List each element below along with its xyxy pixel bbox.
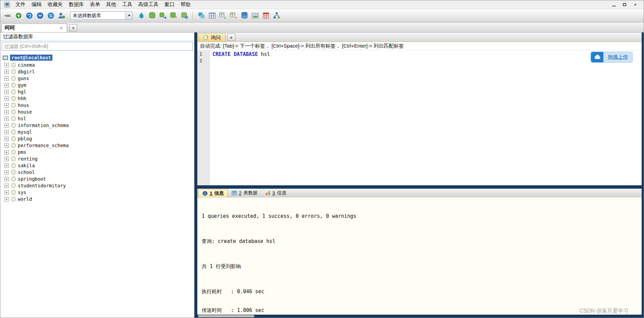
- menu-help[interactable]: 帮助: [178, 1, 194, 8]
- database-icon: [11, 170, 15, 175]
- database-name: house: [18, 109, 32, 115]
- tree-item-database[interactable]: +guns: [0, 75, 194, 82]
- tree-item-database[interactable]: +cinema: [0, 62, 194, 68]
- menu-tools[interactable]: 工具: [119, 1, 135, 8]
- horizontal-splitter[interactable]: [197, 185, 642, 189]
- sql-code-area[interactable]: CREATE DATABASE hsl: [209, 50, 642, 185]
- menu-database[interactable]: 数据库: [66, 1, 87, 8]
- tree-item-database[interactable]: +springboot: [0, 176, 194, 182]
- tree-item-database[interactable]: +sys: [0, 189, 194, 196]
- tree-item-database[interactable]: +gym: [0, 82, 194, 88]
- sync-arrows-icon[interactable]: [45, 11, 56, 21]
- plug-connect-icon[interactable]: [2, 11, 13, 21]
- menu-powertools[interactable]: 高级工具: [135, 1, 161, 8]
- expand-icon[interactable]: +: [4, 76, 9, 81]
- expand-icon[interactable]: +: [4, 63, 9, 67]
- format-query-icon[interactable]: [136, 11, 147, 21]
- sql-keyword: CREATE DATABASE: [212, 51, 258, 57]
- connection-tab[interactable]: 呵呵 ×: [1, 23, 67, 32]
- menu-edit[interactable]: 编辑: [29, 1, 45, 8]
- tree-item-database[interactable]: +house: [0, 109, 194, 115]
- autocomplete-hint: 自动完成: [Tab]-> 下一个标签， [Ctrl+Space]-> 列出所有…: [197, 42, 642, 50]
- tab-table-data[interactable]: 2 表数据: [228, 189, 261, 197]
- tree-item-database[interactable]: +school: [0, 169, 194, 176]
- tab-close-icon[interactable]: ×: [59, 25, 64, 31]
- expand-icon[interactable]: +: [4, 97, 9, 101]
- expand-icon[interactable]: +: [4, 164, 9, 168]
- drag-upload-button[interactable]: 拖拽上传: [591, 52, 632, 62]
- tree-item-database[interactable]: +pblog: [0, 135, 194, 142]
- image-icon[interactable]: [250, 11, 260, 21]
- close-button[interactable]: ×: [631, 2, 640, 8]
- maximize-button[interactable]: [620, 2, 629, 8]
- tree-item-database[interactable]: +performance_schema: [0, 142, 194, 149]
- expand-icon[interactable]: +: [4, 90, 9, 94]
- tab-label: 信息: [214, 190, 224, 196]
- expand-icon[interactable]: +: [4, 177, 9, 181]
- export-table-icon[interactable]: [228, 11, 239, 21]
- tree-root-connection[interactable]: root@localhost: [0, 54, 194, 61]
- expand-icon[interactable]: +: [4, 197, 9, 201]
- expand-icon[interactable]: +: [4, 137, 9, 141]
- database-backup-icon[interactable]: [179, 11, 190, 21]
- tree-item-database[interactable]: +mysql: [0, 129, 194, 135]
- tree-item-database[interactable]: +studentsdormitory: [0, 182, 194, 189]
- user-manager-icon[interactable]: [56, 11, 67, 21]
- expand-icon[interactable]: +: [4, 143, 9, 148]
- tree-item-database[interactable]: +pms: [0, 149, 194, 155]
- tree-item-database[interactable]: +hsl: [0, 115, 194, 122]
- new-connection-tab-button[interactable]: +: [69, 24, 77, 31]
- database-name: performance_schema: [18, 143, 69, 148]
- database-copy-icon[interactable]: [196, 11, 207, 21]
- tree-item-database[interactable]: +sakila: [0, 162, 194, 169]
- expand-icon[interactable]: +: [4, 150, 9, 154]
- tree-item-database[interactable]: +hhh: [0, 95, 194, 102]
- database-name: world: [18, 196, 32, 202]
- expand-icon[interactable]: +: [4, 157, 9, 161]
- database-select[interactable]: 未选择数据库: [70, 11, 133, 20]
- schema-designer-icon[interactable]: [271, 11, 282, 21]
- schedule-table-icon[interactable]: [260, 11, 271, 21]
- table-icon[interactable]: [207, 11, 217, 21]
- new-connection-icon[interactable]: [13, 11, 24, 21]
- stacked-database-icon[interactable]: [239, 11, 250, 21]
- expand-icon[interactable]: +: [4, 184, 9, 188]
- new-query-tab-button[interactable]: +: [227, 34, 235, 41]
- menu-table[interactable]: 表单: [87, 1, 103, 8]
- tree-item-database[interactable]: +renting: [0, 155, 194, 162]
- database-import-icon[interactable]: [168, 11, 179, 21]
- expand-icon[interactable]: +: [4, 123, 9, 128]
- tab-info[interactable]: 3 信息: [261, 189, 290, 197]
- menu-others[interactable]: 其他: [103, 1, 119, 8]
- minimize-button[interactable]: [609, 2, 618, 8]
- tree-item-database[interactable]: +information_schema: [0, 122, 194, 129]
- expand-icon[interactable]: +: [4, 170, 9, 175]
- menu-favorites[interactable]: 收藏夹: [45, 1, 66, 8]
- filter-input[interactable]: [2, 42, 193, 51]
- expand-icon[interactable]: +: [4, 110, 9, 114]
- refresh-icon[interactable]: [24, 11, 35, 21]
- tree-item-database[interactable]: +hgl: [0, 88, 194, 95]
- expand-icon[interactable]: +: [4, 70, 9, 74]
- menu-window[interactable]: 窗口: [161, 1, 178, 8]
- menu-file[interactable]: 文件: [12, 1, 29, 8]
- tree-item-database[interactable]: +hous: [0, 102, 194, 109]
- rows-affected: 共 1 行受到影响: [202, 263, 637, 270]
- table-sync-icon[interactable]: [217, 11, 228, 21]
- expand-icon[interactable]: +: [4, 130, 9, 134]
- expand-icon[interactable]: +: [4, 83, 9, 87]
- tab-messages[interactable]: 1 信息: [198, 189, 228, 197]
- tree-item-database[interactable]: +world: [0, 196, 194, 202]
- expand-icon[interactable]: +: [4, 117, 9, 121]
- fast-forward-icon[interactable]: [35, 11, 45, 21]
- tree-item-database[interactable]: +dbgirl: [0, 68, 194, 75]
- toolbar-separator: [193, 11, 193, 20]
- database-sync-icon[interactable]: [157, 11, 168, 21]
- horizontal-scrollbar-thumb[interactable]: [198, 315, 254, 317]
- database-green-icon[interactable]: [147, 11, 157, 21]
- tab-number: 1: [210, 191, 212, 196]
- query-tab[interactable]: 询问: [199, 33, 226, 42]
- expand-icon[interactable]: +: [4, 190, 9, 195]
- expand-icon[interactable]: +: [4, 103, 9, 108]
- select-arrow-button[interactable]: [126, 12, 132, 19]
